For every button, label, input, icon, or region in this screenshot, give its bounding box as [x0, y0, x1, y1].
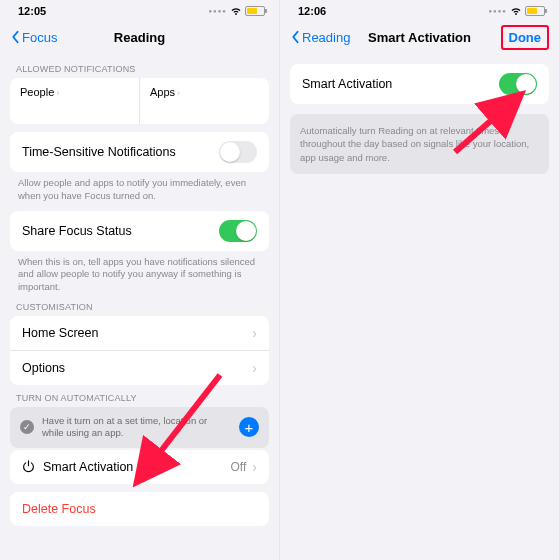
nav-bar: Focus Reading — [0, 22, 279, 52]
chevron-right-icon: › — [252, 459, 257, 475]
smart-activation-toggle[interactable] — [499, 73, 537, 95]
cellular-dots: ●●●● — [489, 8, 508, 14]
time-sensitive-label: Time-Sensitive Notifications — [22, 145, 176, 159]
time-sensitive-row[interactable]: Time-Sensitive Notifications — [10, 132, 269, 172]
back-label: Focus — [22, 30, 57, 45]
chevron-right-icon: › — [252, 360, 257, 376]
phone-left: 12:05 ●●●● Focus Reading ALLOWED NOTIFIC… — [0, 0, 280, 560]
status-bar: 12:06 ●●●● — [280, 0, 559, 22]
delete-focus-button[interactable]: Delete Focus — [10, 492, 269, 526]
content-area[interactable]: ALLOWED NOTIFICATIONS People› Apps› Time… — [0, 52, 279, 560]
delete-card: Delete Focus — [10, 492, 269, 526]
people-label: People — [20, 86, 54, 98]
apps-button[interactable]: Apps› — [140, 78, 269, 124]
options-label: Options — [22, 361, 65, 375]
content-area[interactable]: Smart Activation Automatically turn Read… — [280, 52, 559, 560]
wifi-icon — [230, 7, 242, 16]
status-time: 12:06 — [298, 5, 326, 17]
share-status-toggle[interactable] — [219, 220, 257, 242]
section-allowed-notifications: ALLOWED NOTIFICATIONS — [10, 56, 269, 78]
share-status-row[interactable]: Share Focus Status — [10, 211, 269, 251]
time-sensitive-footer: Allow people and apps to notify you imme… — [10, 172, 269, 203]
smart-activation-row[interactable]: Smart Activation — [290, 64, 549, 104]
share-status-footer: When this is on, tell apps you have noti… — [10, 251, 269, 294]
home-screen-row[interactable]: Home Screen › — [10, 316, 269, 350]
allowed-card: People› Apps› — [10, 78, 269, 124]
back-label: Reading — [302, 30, 350, 45]
delete-focus-label: Delete Focus — [22, 502, 96, 516]
add-schedule-button[interactable]: + — [239, 417, 259, 437]
apps-label: Apps — [150, 86, 175, 98]
back-button-reading[interactable]: Reading — [290, 30, 350, 45]
section-turn-on-auto: TURN ON AUTOMATICALLY — [10, 385, 269, 407]
smart-activation-description: Automatically turn Reading on at relevan… — [290, 114, 549, 174]
battery-icon — [245, 6, 265, 16]
smart-activation-label: Smart Activation — [43, 460, 133, 474]
back-button-focus[interactable]: Focus — [10, 30, 57, 45]
done-button[interactable]: Done — [501, 25, 550, 50]
cellular-dots: ●●●● — [209, 8, 228, 14]
smart-activation-value: Off — [231, 460, 247, 474]
smart-activation-row[interactable]: Smart Activation Off › — [10, 450, 269, 484]
clock-icon: ✓ — [20, 420, 34, 434]
options-row[interactable]: Options › — [10, 350, 269, 385]
wifi-icon — [510, 7, 522, 16]
people-button[interactable]: People› — [10, 78, 140, 124]
status-indicators: ●●●● — [489, 6, 546, 16]
chevron-right-icon: › — [252, 325, 257, 341]
page-title: Smart Activation — [368, 30, 471, 45]
auto-hint-text: Have it turn on at a set time, location … — [42, 415, 231, 440]
auto-hint-card: ✓ Have it turn on at a set time, locatio… — [10, 407, 269, 448]
chevron-right-icon: › — [177, 88, 180, 98]
home-screen-label: Home Screen — [22, 326, 98, 340]
smart-activation-card: Smart Activation — [290, 64, 549, 104]
chevron-left-icon — [290, 30, 300, 44]
status-bar: 12:05 ●●●● — [0, 0, 279, 22]
share-status-card: Share Focus Status — [10, 211, 269, 251]
page-title: Reading — [114, 30, 165, 45]
battery-icon — [525, 6, 545, 16]
customisation-card: Home Screen › Options › — [10, 316, 269, 385]
smart-activation-label: Smart Activation — [302, 77, 392, 91]
share-status-label: Share Focus Status — [22, 224, 132, 238]
time-sensitive-card: Time-Sensitive Notifications — [10, 132, 269, 172]
section-customisation: CUSTOMISATION — [10, 294, 269, 316]
time-sensitive-toggle[interactable] — [219, 141, 257, 163]
chevron-right-icon: › — [56, 88, 59, 98]
phone-right: 12:06 ●●●● Reading Smart Activation Done… — [280, 0, 560, 560]
chevron-left-icon — [10, 30, 20, 44]
smart-activation-card: Smart Activation Off › — [10, 450, 269, 484]
nav-bar: Reading Smart Activation Done — [280, 22, 559, 52]
status-time: 12:05 — [18, 5, 46, 17]
power-icon — [22, 460, 35, 473]
done-label: Done — [509, 30, 542, 45]
status-indicators: ●●●● — [209, 6, 266, 16]
